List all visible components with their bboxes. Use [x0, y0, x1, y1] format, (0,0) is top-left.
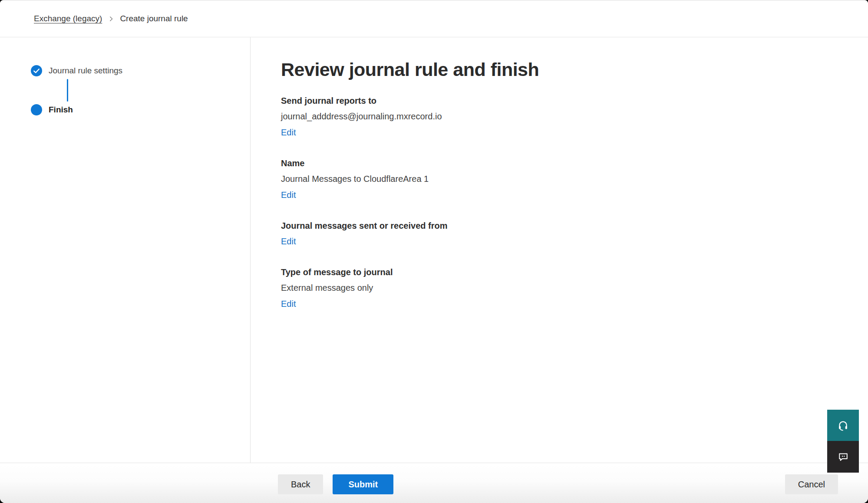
- edit-send-journal-reports-link[interactable]: Edit: [281, 128, 296, 138]
- completed-step-check-icon: [31, 65, 42, 76]
- content-row: Journal rule settings Finish Review jour…: [0, 37, 868, 463]
- chat-bubble-icon: [837, 451, 849, 463]
- section-label: Type of message to journal: [281, 267, 842, 277]
- feedback-button[interactable]: [827, 441, 859, 473]
- section-label: Name: [281, 158, 842, 168]
- message-type-value: External messages only: [281, 283, 842, 293]
- cancel-button[interactable]: Cancel: [785, 474, 838, 494]
- back-button[interactable]: Back: [278, 474, 323, 494]
- edit-message-type-link[interactable]: Edit: [281, 299, 296, 309]
- edit-journal-messages-from-link[interactable]: Edit: [281, 237, 296, 247]
- support-button[interactable]: [827, 410, 859, 441]
- review-panel: Review journal rule and finish Send jour…: [251, 37, 868, 463]
- breadcrumb-exchange-legacy[interactable]: Exchange (legacy): [34, 14, 102, 23]
- headset-icon: [837, 420, 849, 431]
- review-section-message-type: Type of message to journal External mess…: [281, 267, 842, 309]
- wizard-step-journal-rule-settings[interactable]: Journal rule settings: [31, 65, 250, 76]
- step-connector-line: [67, 79, 68, 102]
- step-label-finish: Finish: [49, 105, 73, 115]
- submit-button[interactable]: Submit: [333, 474, 393, 494]
- review-section-journal-messages-from: Journal messages sent or received from E…: [281, 221, 842, 247]
- top-bar: Exchange (legacy) Create journal rule: [0, 0, 868, 37]
- floating-help-buttons: [827, 410, 859, 473]
- breadcrumb: Exchange (legacy) Create journal rule: [34, 14, 188, 23]
- breadcrumb-current-page: Create journal rule: [120, 14, 188, 23]
- wizard-footer: Back Submit Cancel: [0, 463, 868, 503]
- review-section-send-journal-reports-to: Send journal reports to journal_adddress…: [281, 96, 842, 138]
- current-step-dot-icon: [31, 104, 42, 115]
- wizard-steps-sidebar: Journal rule settings Finish: [0, 37, 251, 463]
- chevron-right-icon: [108, 16, 114, 22]
- create-journal-rule-window: Exchange (legacy) Create journal rule Jo…: [0, 0, 868, 503]
- section-label: Journal messages sent or received from: [281, 221, 842, 231]
- step-label-journal-rule-settings: Journal rule settings: [49, 66, 122, 76]
- journal-report-address-value: journal_adddress@journaling.mxrecord.io: [281, 112, 842, 122]
- review-section-name: Name Journal Messages to CloudflareArea …: [281, 158, 842, 200]
- page-title: Review journal rule and finish: [281, 59, 842, 80]
- wizard-step-finish[interactable]: Finish: [31, 104, 250, 115]
- footer-button-group: Back Submit: [278, 474, 393, 494]
- edit-name-link[interactable]: Edit: [281, 190, 296, 200]
- rule-name-value: Journal Messages to CloudflareArea 1: [281, 174, 842, 184]
- section-label: Send journal reports to: [281, 96, 842, 106]
